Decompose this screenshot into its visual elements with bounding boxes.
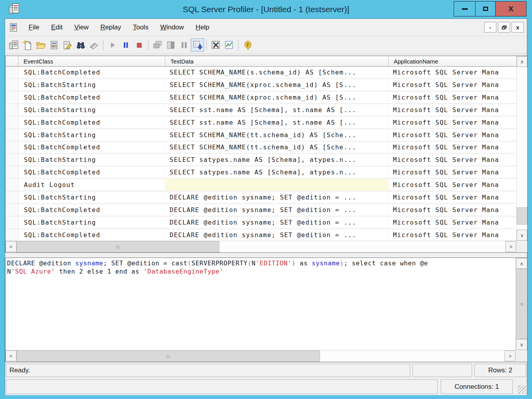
- cell-textdata[interactable]: DECLARE @edition sysname; SET @edition =…: [165, 192, 389, 203]
- properties-button[interactable]: [61, 38, 74, 52]
- table-row[interactable]: SQL:BatchCompletedSELECT SCHEMA_NAME(s.s…: [5, 67, 516, 79]
- cell-eventclass[interactable]: SQL:BatchStarting: [18, 154, 165, 165]
- row-selector[interactable]: [5, 104, 18, 116]
- cell-textdata[interactable]: DECLARE @edition sysname; SET @edition =…: [165, 229, 389, 241]
- scroll-down-icon[interactable]: ∨: [517, 230, 527, 241]
- cell-applicationname[interactable]: Microsoft SQL Server Mana: [389, 104, 516, 116]
- mdi-restore-button[interactable]: [498, 22, 510, 33]
- cell-applicationname[interactable]: Microsoft SQL Server Mana: [389, 179, 516, 190]
- cell-textdata[interactable]: SELECT SCHEMA_NAME(s.schema_id) AS [Sche…: [165, 67, 389, 78]
- row-selector[interactable]: [5, 192, 18, 203]
- cell-textdata[interactable]: SELECT sst.name AS [Schema], st.name AS …: [165, 104, 389, 116]
- menu-replay[interactable]: Replay: [96, 22, 126, 33]
- cell-textdata[interactable]: DECLARE @edition sysname; SET @edition =…: [165, 217, 389, 228]
- stop-trace-button[interactable]: [132, 38, 146, 52]
- row-selector[interactable]: [5, 154, 18, 165]
- cell-eventclass[interactable]: SQL:BatchStarting: [18, 104, 165, 116]
- cell-applicationname[interactable]: Microsoft SQL Server Mana: [389, 204, 516, 216]
- start-replay-button[interactable]: [106, 38, 119, 52]
- close-button[interactable]: X: [495, 1, 527, 16]
- row-selector[interactable]: [5, 179, 18, 190]
- cell-applicationname[interactable]: Microsoft SQL Server Mana: [389, 79, 516, 91]
- header-textdata[interactable]: TextData: [165, 56, 389, 66]
- pane-splitter[interactable]: [5, 253, 527, 258]
- scroll-left-icon[interactable]: <: [5, 350, 16, 361]
- help-button[interactable]: ?: [241, 38, 254, 52]
- scrollbar-track[interactable]: [517, 67, 527, 230]
- scrollbar-thumb[interactable]: |||: [16, 241, 219, 252]
- maximize-button[interactable]: [475, 1, 496, 16]
- cell-eventclass[interactable]: SQL:BatchCompleted: [18, 117, 165, 128]
- row-selector[interactable]: [5, 204, 18, 216]
- row-selector[interactable]: [5, 167, 18, 178]
- scroll-right-icon[interactable]: >: [505, 350, 516, 361]
- grid-horizontal-scrollbar[interactable]: < ||| >: [5, 241, 516, 252]
- scroll-right-icon[interactable]: >: [505, 241, 516, 252]
- header-row-selector[interactable]: [5, 56, 18, 66]
- mdi-minimize-button[interactable]: -: [484, 22, 496, 33]
- cell-applicationname[interactable]: Microsoft SQL Server Mana: [389, 142, 516, 153]
- cell-textdata[interactable]: SELECT satypes.name AS [Schema], atypes.…: [165, 167, 389, 178]
- row-selector[interactable]: [5, 79, 18, 91]
- header-applicationname[interactable]: ApplicationName: [389, 56, 516, 66]
- scrollbar-thumb[interactable]: |||: [16, 350, 320, 362]
- eraser-button[interactable]: [87, 38, 101, 52]
- row-selector[interactable]: [5, 92, 18, 103]
- table-row[interactable]: SQL:BatchStartingSELECT sst.name AS [Sch…: [5, 104, 516, 117]
- table-row[interactable]: SQL:BatchStartingDECLARE @edition sysnam…: [5, 217, 516, 229]
- pause-display-button[interactable]: [177, 38, 191, 52]
- clear-trace-window-button[interactable]: [209, 38, 223, 52]
- table-row[interactable]: SQL:BatchStartingSELECT SCHEMA_NAME(xpro…: [5, 79, 516, 92]
- row-selector[interactable]: [5, 229, 18, 241]
- performance-chart-button[interactable]: [223, 38, 236, 52]
- resize-grip-icon[interactable]: [518, 385, 526, 394]
- menu-tools[interactable]: Tools: [128, 22, 153, 33]
- table-row[interactable]: SQL:BatchCompletedSELECT SCHEMA_NAME(tt.…: [5, 142, 516, 154]
- scroll-up-icon[interactable]: ∧: [516, 258, 527, 269]
- row-selector[interactable]: [5, 117, 18, 128]
- cell-eventclass[interactable]: SQL:BatchStarting: [18, 79, 165, 91]
- table-row[interactable]: SQL:BatchCompletedDECLARE @edition sysna…: [5, 229, 516, 241]
- table-row[interactable]: Audit LogoutMicrosoft SQL Server Mana: [5, 179, 516, 192]
- cell-eventclass[interactable]: SQL:BatchCompleted: [18, 167, 165, 178]
- scrollbar-track[interactable]: ≡: [516, 269, 527, 339]
- cell-eventclass[interactable]: SQL:BatchCompleted: [18, 229, 165, 241]
- row-selector[interactable]: [5, 67, 18, 78]
- cell-applicationname[interactable]: Microsoft SQL Server Mana: [389, 229, 516, 241]
- table-row[interactable]: SQL:BatchStartingSELECT SCHEMA_NAME(tt.s…: [5, 129, 516, 142]
- window-detail-button[interactable]: [164, 38, 177, 52]
- cell-eventclass[interactable]: Audit Logout: [18, 179, 165, 190]
- scrollbar-track[interactable]: |||: [16, 350, 505, 362]
- table-row[interactable]: SQL:BatchCompletedSELECT sst.name AS [Sc…: [5, 117, 516, 129]
- cell-textdata[interactable]: DECLARE @edition sysname; SET @edition =…: [165, 204, 389, 216]
- grid-vertical-scrollbar[interactable]: ∧ ∨: [516, 56, 527, 241]
- pause-trace-button[interactable]: [119, 38, 132, 52]
- cell-textdata[interactable]: SELECT sst.name AS [Schema], st.name AS …: [165, 117, 389, 128]
- menu-file[interactable]: File: [24, 22, 44, 33]
- cell-applicationname[interactable]: Microsoft SQL Server Mana: [389, 192, 516, 203]
- mdi-close-button[interactable]: x: [512, 22, 524, 33]
- cascade-windows-button[interactable]: [151, 38, 164, 52]
- cell-eventclass[interactable]: SQL:BatchCompleted: [18, 142, 165, 153]
- table-row[interactable]: SQL:BatchStartingSELECT satypes.name AS …: [5, 154, 516, 167]
- menu-window[interactable]: Window: [156, 22, 188, 33]
- cell-eventclass[interactable]: SQL:BatchStarting: [18, 129, 165, 141]
- scrollbar-track[interactable]: |||: [16, 241, 505, 252]
- cell-applicationname[interactable]: Microsoft SQL Server Mana: [389, 117, 516, 128]
- new-trace-button[interactable]: [7, 38, 21, 52]
- cell-textdata[interactable]: SELECT satypes.name AS [Schema], atypes.…: [165, 154, 389, 165]
- mdi-system-icon[interactable]: [9, 22, 19, 33]
- cell-textdata[interactable]: SELECT SCHEMA_NAME(tt.schema_id) AS [Sch…: [165, 129, 389, 141]
- row-selector[interactable]: [5, 142, 18, 153]
- cell-applicationname[interactable]: Microsoft SQL Server Mana: [389, 67, 516, 78]
- cell-textdata[interactable]: SELECT SCHEMA_NAME(xproc.schema_id) AS […: [165, 92, 389, 103]
- cell-applicationname[interactable]: Microsoft SQL Server Mana: [389, 154, 516, 165]
- auto-scroll-button[interactable]: [191, 38, 204, 52]
- scroll-down-icon[interactable]: ∨: [516, 339, 527, 350]
- row-selector[interactable]: [5, 129, 18, 141]
- header-eventclass[interactable]: EventClass: [18, 56, 165, 66]
- table-row[interactable]: SQL:BatchCompletedSELECT satypes.name AS…: [5, 167, 516, 179]
- textdata-detail[interactable]: DECLARE @edition sysname; SET @edition =…: [5, 258, 516, 350]
- new-document-button[interactable]: [21, 38, 34, 52]
- scroll-left-icon[interactable]: <: [5, 241, 16, 252]
